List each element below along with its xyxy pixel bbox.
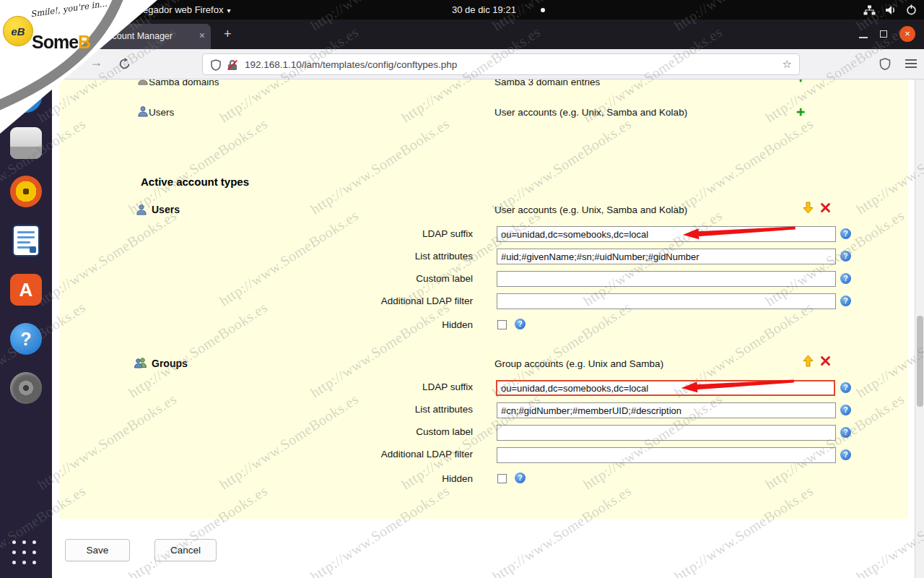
move-up-icon[interactable] bbox=[803, 355, 814, 367]
user-icon bbox=[137, 105, 149, 117]
field-label: LDAP suffix bbox=[314, 228, 473, 239]
users-ldap-filter-input[interactable] bbox=[497, 293, 836, 309]
dock-media-player-icon[interactable] bbox=[10, 176, 42, 207]
help-icon[interactable]: ? bbox=[840, 296, 851, 306]
dock-disc-icon[interactable] bbox=[10, 372, 42, 404]
field-label: Hidden bbox=[314, 473, 473, 484]
help-icon[interactable]: ? bbox=[840, 405, 851, 415]
url-text: 192.168.1.10/lam/templates/config/confty… bbox=[245, 59, 457, 70]
users-hidden-checkbox[interactable] bbox=[497, 320, 507, 329]
add-account-type-button[interactable]: + bbox=[796, 79, 805, 87]
help-icon[interactable]: ? bbox=[515, 473, 526, 483]
users-list-attributes-input[interactable] bbox=[497, 249, 836, 264]
users-ldap-suffix-input[interactable] bbox=[497, 226, 836, 242]
scrollbar-thumb[interactable] bbox=[917, 316, 923, 407]
dock-files-icon[interactable] bbox=[10, 127, 42, 159]
save-button[interactable]: Save bbox=[65, 539, 130, 561]
browser-toolbar: ← → 192.168.1.10/lam/templates/config/co… bbox=[52, 49, 924, 79]
insecure-lock-icon[interactable] bbox=[228, 60, 237, 70]
shield-icon[interactable] bbox=[879, 58, 891, 71]
account-type-name: Groups bbox=[152, 358, 188, 369]
remove-account-type-icon[interactable] bbox=[820, 202, 831, 213]
users-custom-label-input[interactable] bbox=[497, 271, 836, 287]
clock[interactable]: 30 de dic 19:21 bbox=[452, 4, 516, 15]
account-type-desc: User accounts (e.g. Unix, Samba and Kola… bbox=[494, 204, 687, 215]
forward-icon[interactable]: → bbox=[90, 55, 103, 70]
window-close-button[interactable]: × bbox=[899, 26, 915, 42]
field-label: LDAP suffix bbox=[314, 381, 473, 392]
available-type-name: Users bbox=[149, 107, 174, 118]
minimize-button[interactable] bbox=[859, 37, 868, 38]
field-label: Additional LDAP filter bbox=[314, 449, 473, 460]
user-icon bbox=[136, 204, 147, 215]
chevron-down-icon: ▾ bbox=[227, 7, 230, 14]
notification-dot bbox=[541, 8, 545, 12]
help-icon[interactable]: ? bbox=[840, 449, 851, 460]
bookmark-star-icon[interactable]: ☆ bbox=[783, 58, 792, 71]
dock-help-icon[interactable]: ? bbox=[10, 323, 42, 355]
cancel-button[interactable]: Cancel bbox=[154, 539, 217, 561]
help-icon[interactable]: ? bbox=[840, 251, 851, 262]
help-icon[interactable]: ? bbox=[840, 427, 851, 438]
dock-software-icon[interactable]: A bbox=[10, 274, 42, 306]
section-title: Active account types bbox=[141, 176, 249, 188]
remove-account-type-icon[interactable] bbox=[820, 355, 831, 366]
page-content: Samba domains Samba 3 domain entries + U… bbox=[52, 79, 915, 578]
dock-text-editor-icon[interactable] bbox=[12, 225, 40, 256]
add-account-type-button[interactable]: + bbox=[796, 103, 805, 121]
groups-custom-label-input[interactable] bbox=[497, 425, 836, 441]
reload-icon[interactable] bbox=[118, 58, 131, 70]
field-label: Additional LDAP filter bbox=[314, 296, 473, 306]
tab-close-icon[interactable]: × bbox=[199, 30, 205, 41]
field-label: List attributes bbox=[314, 404, 473, 415]
maximize-button[interactable] bbox=[880, 30, 887, 38]
field-label: Custom label bbox=[314, 426, 473, 437]
groups-hidden-checkbox[interactable] bbox=[497, 474, 507, 483]
files-drawer bbox=[10, 147, 42, 159]
field-label: List attributes bbox=[314, 251, 473, 262]
scrollbar[interactable] bbox=[915, 79, 924, 578]
move-down-icon[interactable] bbox=[803, 202, 814, 214]
field-label: Custom label bbox=[314, 273, 473, 284]
available-type-name: Samba domains bbox=[149, 79, 219, 87]
tracking-shield-icon[interactable] bbox=[211, 59, 221, 71]
groups-ldap-suffix-input[interactable] bbox=[496, 380, 835, 396]
help-icon[interactable]: ? bbox=[840, 228, 851, 239]
new-tab-button[interactable]: + bbox=[224, 27, 232, 42]
field-label: Hidden bbox=[314, 319, 473, 330]
system-status-area[interactable] bbox=[863, 4, 917, 15]
group-icon bbox=[134, 357, 148, 368]
show-applications-icon[interactable] bbox=[12, 540, 40, 568]
power-icon bbox=[906, 4, 917, 15]
help-icon[interactable]: ? bbox=[515, 319, 526, 329]
groups-ldap-filter-input[interactable] bbox=[497, 447, 836, 463]
help-icon[interactable]: ? bbox=[840, 382, 851, 393]
groups-list-attributes-input[interactable] bbox=[497, 402, 836, 418]
window-controls: × bbox=[859, 26, 915, 42]
logo-brand-accent: B bbox=[78, 32, 90, 52]
logo-brand-text: Some bbox=[32, 32, 78, 52]
samba-icon bbox=[137, 79, 149, 85]
account-type-desc: Group accounts (e.g. Unix and Samba) bbox=[494, 358, 663, 369]
url-bar[interactable]: 192.168.1.10/lam/templates/config/confty… bbox=[202, 53, 800, 75]
menu-icon[interactable] bbox=[905, 59, 917, 70]
logo-brand: SomeB bbox=[32, 32, 90, 53]
network-icon bbox=[863, 5, 876, 15]
editor-badge bbox=[30, 246, 36, 253]
browser-tab-bar: Account Manager × + × bbox=[52, 20, 924, 49]
account-type-name: Users bbox=[152, 204, 180, 215]
help-icon[interactable]: ? bbox=[840, 273, 851, 284]
logo-badge: eB bbox=[3, 16, 33, 46]
available-type-desc: Samba 3 domain entries bbox=[494, 79, 600, 87]
available-type-desc: User accounts (e.g. Unix, Samba and Kola… bbox=[494, 107, 687, 118]
volume-icon bbox=[885, 5, 897, 15]
